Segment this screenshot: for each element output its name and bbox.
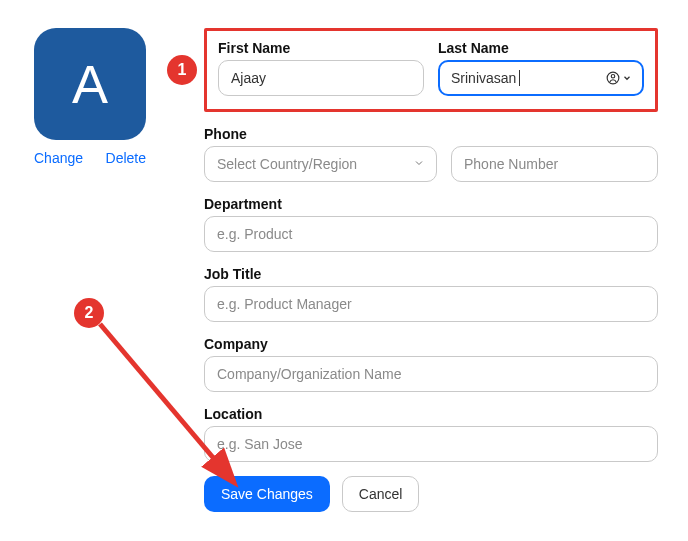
- name-fields-highlight: 1 First Name Last Name: [204, 28, 658, 112]
- first-name-label: First Name: [218, 40, 424, 56]
- department-input[interactable]: [204, 216, 658, 252]
- company-input[interactable]: [204, 356, 658, 392]
- first-name-input[interactable]: [218, 60, 424, 96]
- last-name-label: Last Name: [438, 40, 644, 56]
- job-title-input[interactable]: [204, 286, 658, 322]
- job-title-label: Job Title: [204, 266, 658, 282]
- avatar-initial: A: [72, 53, 108, 115]
- avatar: A: [34, 28, 146, 140]
- last-name-input[interactable]: [438, 60, 644, 96]
- change-avatar-link[interactable]: Change: [34, 150, 83, 166]
- text-cursor: [519, 70, 520, 86]
- company-label: Company: [204, 336, 658, 352]
- save-button[interactable]: Save Changes: [204, 476, 330, 512]
- annotation-badge-1: 1: [167, 55, 197, 85]
- phone-label: Phone: [204, 126, 658, 142]
- annotation-badge-2: 2: [74, 298, 104, 328]
- location-input[interactable]: [204, 426, 658, 462]
- phone-number-input[interactable]: [451, 146, 658, 182]
- cancel-button[interactable]: Cancel: [342, 476, 420, 512]
- department-label: Department: [204, 196, 658, 212]
- delete-avatar-link[interactable]: Delete: [106, 150, 146, 166]
- location-label: Location: [204, 406, 658, 422]
- country-select[interactable]: [204, 146, 437, 182]
